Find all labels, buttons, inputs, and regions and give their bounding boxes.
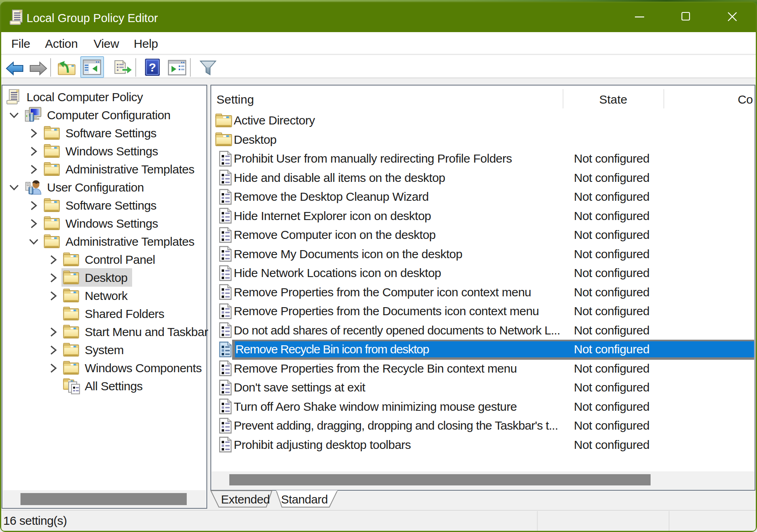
svg-text:Standard: Standard: [281, 493, 328, 506]
svg-text:?: ?: [149, 61, 156, 74]
svg-text:Extended: Extended: [221, 493, 269, 506]
